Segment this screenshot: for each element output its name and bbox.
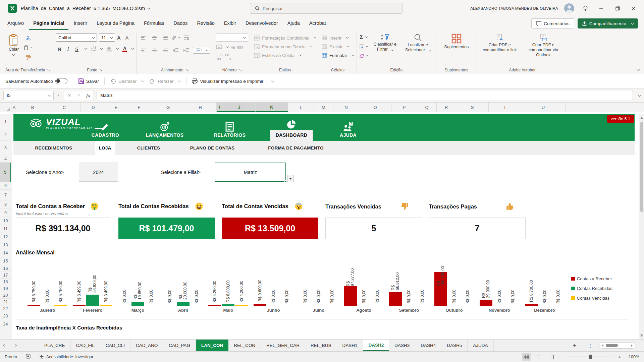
fill-button[interactable] xyxy=(360,43,368,50)
row-header-4[interactable]: 4 xyxy=(0,155,11,163)
decrease-decimal-icon[interactable]: .00→.0 xyxy=(224,53,231,61)
merge-center-button[interactable] xyxy=(193,47,210,54)
align-center-icon[interactable] xyxy=(150,46,159,54)
format-as-table-button[interactable]: Formatar como Tabela xyxy=(254,42,316,51)
row-header-20[interactable]: 20 xyxy=(0,292,11,299)
comma-style-icon[interactable]: 000 xyxy=(237,45,243,49)
zoom-out-icon[interactable]: − xyxy=(560,354,563,360)
row-header-23[interactable]: 23 xyxy=(0,312,11,320)
wrap-text-button[interactable] xyxy=(182,34,191,42)
decrease-font-icon[interactable]: Aˇ xyxy=(125,35,131,41)
column-header-M[interactable]: M xyxy=(314,103,333,112)
column-header-K[interactable]: K xyxy=(256,103,288,112)
dialog-launcher-icon[interactable] xyxy=(239,68,242,72)
sheet-tab-ajuda[interactable]: AJUDA xyxy=(468,340,493,351)
menu-tab-dados[interactable]: Dados xyxy=(169,17,192,30)
row-header-6[interactable]: 6 xyxy=(0,182,11,190)
menu-tab-página-inicial[interactable]: Página Inicial xyxy=(29,17,68,30)
borders-chevron-icon[interactable] xyxy=(100,47,103,50)
menu-tab-layout-da-página[interactable]: Layout da Página xyxy=(93,17,139,30)
number-format-select[interactable] xyxy=(216,34,248,42)
vertical-scrollbar[interactable] xyxy=(639,114,644,339)
save-button[interactable]: Salvar xyxy=(78,78,99,84)
row-header-5[interactable]: 5 xyxy=(0,163,11,182)
menu-tab-desenvolvedor[interactable]: Desenvolvedor xyxy=(241,17,282,30)
increase-indent-icon[interactable] xyxy=(182,46,191,54)
font-name-select[interactable]: Calibri xyxy=(56,34,97,42)
dialog-launcher-icon[interactable] xyxy=(99,68,103,72)
close-button[interactable] xyxy=(629,3,639,13)
create-pdf-outlook-button[interactable]: Criar PDF e compartilhar via Outlook xyxy=(522,32,565,58)
print-preview-button[interactable]: Visualizar Impressão e Imprimir xyxy=(192,78,263,84)
sheet-tab-dash4[interactable]: DASH4 xyxy=(415,340,441,351)
sheet-tab-menu-icon[interactable]: ⋮ xyxy=(586,340,594,352)
accounting-chevron-icon[interactable] xyxy=(226,46,229,48)
bold-button[interactable]: N xyxy=(56,46,63,52)
year-filter-value[interactable]: 2024 xyxy=(79,163,118,182)
comments-button[interactable]: Comentários xyxy=(531,18,574,28)
row-header-14[interactable]: 14 xyxy=(0,249,11,257)
undo-button[interactable]: Desfazer xyxy=(110,79,144,84)
fill-color-button[interactable] xyxy=(106,46,112,52)
create-pdf-link-button[interactable]: Criar PDF e compartilhar o link xyxy=(480,32,520,53)
orientation-button[interactable]: ab xyxy=(171,34,180,42)
horizontal-scrollbar[interactable] xyxy=(599,342,635,349)
row-header-2[interactable]: 2 xyxy=(0,129,11,141)
name-box[interactable]: I5 xyxy=(3,91,54,100)
sheet-tab-lan_con[interactable]: LAN_CON xyxy=(196,340,228,351)
addins-button[interactable]: Suplementos xyxy=(439,32,474,50)
branch-filter-value[interactable]: Matriz xyxy=(215,163,286,182)
subtab-loja[interactable]: LOJA xyxy=(95,141,115,155)
column-header-S[interactable]: S xyxy=(456,103,489,112)
formula-input[interactable]: Matriz xyxy=(97,91,633,100)
percent-style-icon[interactable]: % xyxy=(230,45,235,50)
sheet-tab-dash2[interactable]: DASH2 xyxy=(363,340,389,351)
insert-cells-button[interactable]: Inserir xyxy=(322,34,354,42)
column-header-L[interactable]: L xyxy=(288,103,314,112)
sheet-tab-pla_cre[interactable]: PLA_CRE xyxy=(39,340,71,351)
column-header-O[interactable]: O xyxy=(359,103,391,112)
row-header-22[interactable]: 22 xyxy=(0,305,11,312)
increase-font-icon[interactable]: Aˆ xyxy=(117,35,123,41)
subtab-recebimentos[interactable]: RECEBIMENTOS xyxy=(31,141,76,155)
align-middle-icon[interactable] xyxy=(150,34,159,42)
column-header-B[interactable]: B xyxy=(17,103,48,112)
restore-button[interactable] xyxy=(612,3,623,13)
dialog-launcher-icon[interactable] xyxy=(47,68,50,72)
column-header-Q[interactable]: Q xyxy=(417,103,437,112)
increase-decimal-icon[interactable]: ←.0.00 xyxy=(216,53,222,61)
zoom-in-icon[interactable]: + xyxy=(618,354,621,360)
vertical-scroll-thumb[interactable] xyxy=(640,122,643,212)
find-select-button[interactable]: Localizar e Selecionar xyxy=(402,32,433,53)
row-header-16[interactable]: 16 xyxy=(0,265,11,272)
sheet-tab-dash3[interactable]: DASH3 xyxy=(389,340,415,351)
autosave-toggle[interactable] xyxy=(55,78,67,84)
menu-tab-fórmulas[interactable]: Fórmulas xyxy=(140,17,168,30)
page-layout-view-button[interactable] xyxy=(535,353,543,361)
align-right-icon[interactable] xyxy=(161,46,169,54)
normal-view-button[interactable] xyxy=(522,353,531,361)
delete-cells-button[interactable]: Excluir xyxy=(322,42,354,51)
menu-tab-exibir[interactable]: Exibir xyxy=(220,17,240,30)
format-cells-button[interactable]: Formatar xyxy=(322,51,354,60)
hscroll-left-icon[interactable] xyxy=(602,344,603,347)
font-color-chevron-icon[interactable] xyxy=(131,47,134,50)
menu-tab-inserir[interactable]: Inserir xyxy=(70,17,91,30)
sheet-tab-rel_con[interactable]: REL_CON xyxy=(228,340,261,351)
dashboard-nav-lançamentos[interactable]: LANÇAMENTOS xyxy=(144,114,185,141)
row-header-19[interactable]: 19 xyxy=(0,285,11,292)
conditional-formatting-button[interactable]: Formatação Condicional xyxy=(254,34,316,42)
insert-function-icon[interactable]: fx xyxy=(84,93,92,98)
sheet-tab-cad_fil[interactable]: CAD_FIL xyxy=(71,340,101,351)
macro-record-icon[interactable] xyxy=(26,354,31,360)
paste-button[interactable]: Colar xyxy=(5,32,22,57)
column-header-C[interactable]: C xyxy=(48,103,80,112)
row-header-15[interactable]: 15 xyxy=(0,257,11,265)
scroll-up-icon[interactable] xyxy=(640,117,643,119)
clear-button[interactable] xyxy=(360,52,368,60)
sheet-scroll-right-icon[interactable] xyxy=(10,340,20,351)
column-header-G[interactable]: G xyxy=(152,103,184,112)
font-color-button[interactable]: A xyxy=(122,46,127,52)
autosum-button[interactable]: Σ xyxy=(360,34,368,41)
column-header-P[interactable]: P xyxy=(391,103,417,112)
